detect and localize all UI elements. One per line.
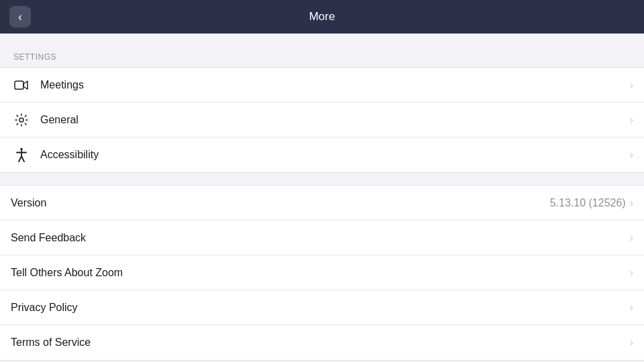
terms-of-service-chevron-icon: › [630,337,633,349]
svg-point-2 [20,148,23,151]
settings-item-meetings[interactable]: Meetings › [0,68,644,103]
settings-item-accessibility[interactable]: Accessibility › [0,137,644,172]
meetings-chevron-icon: › [630,79,633,91]
spacer-1 [0,173,644,185]
gear-icon [11,113,32,127]
tell-others-chevron-icon: › [630,267,633,279]
header: ‹ More [0,0,644,34]
meetings-label: Meetings [40,79,630,91]
info-links-group: Version 5.13.10 (12526) › Send Feedback … [0,185,644,361]
terms-of-service-label: Terms of Service [11,337,630,349]
settings-section-label: SETTINGS [0,52,644,67]
accessibility-icon [11,147,32,162]
version-chevron-icon: › [630,197,633,209]
info-item-version[interactable]: Version 5.13.10 (12526) › [0,186,644,221]
version-label: Version [11,197,550,209]
header-title: More [309,10,335,23]
info-item-terms-of-service[interactable]: Terms of Service › [0,325,644,360]
back-button[interactable]: ‹ [9,6,31,27]
svg-line-6 [21,156,24,162]
accessibility-chevron-icon: › [630,149,633,161]
svg-rect-0 [15,81,23,89]
video-icon [11,80,32,90]
svg-point-1 [19,118,23,122]
tell-others-label: Tell Others About Zoom [11,267,630,279]
general-chevron-icon: › [630,114,633,126]
svg-line-5 [19,156,21,162]
main-content: SETTINGS Meetings › General › [0,34,644,361]
privacy-policy-label: Privacy Policy [11,302,630,314]
privacy-policy-chevron-icon: › [630,302,633,314]
version-value: 5.13.10 (12526) [550,197,626,209]
send-feedback-chevron-icon: › [630,232,633,244]
back-chevron-icon: ‹ [18,11,22,23]
settings-item-general[interactable]: General › [0,103,644,137]
info-item-send-feedback[interactable]: Send Feedback › [0,221,644,255]
info-item-privacy-policy[interactable]: Privacy Policy › [0,290,644,325]
info-item-tell-others[interactable]: Tell Others About Zoom › [0,255,644,290]
settings-list-group: Meetings › General › [0,67,644,173]
send-feedback-label: Send Feedback [11,232,630,244]
accessibility-label: Accessibility [40,149,630,161]
general-label: General [40,114,630,126]
